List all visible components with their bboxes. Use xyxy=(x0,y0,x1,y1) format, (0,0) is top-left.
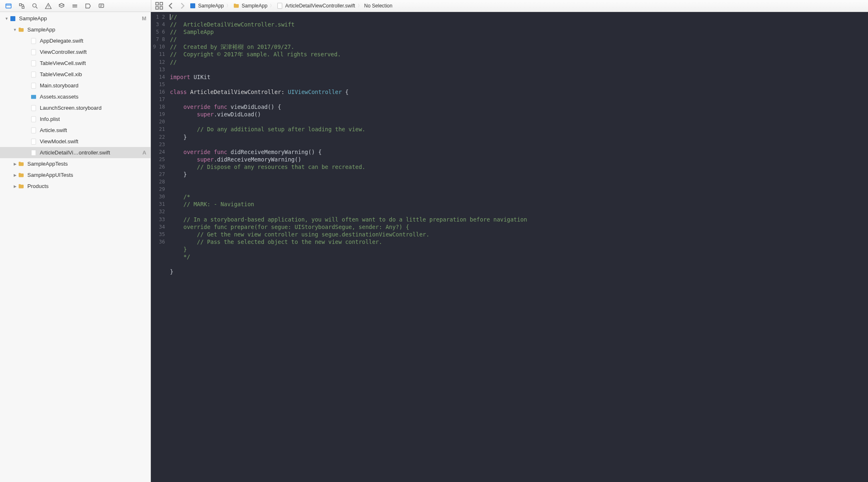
svg-rect-1 xyxy=(19,3,21,5)
breadcrumb-project[interactable]: SampleApp xyxy=(189,2,224,9)
svg-rect-14 xyxy=(32,60,36,66)
tree-label: SampleApp xyxy=(19,15,47,22)
svg-rect-19 xyxy=(32,116,36,122)
svg-rect-5 xyxy=(156,2,158,5)
xcode-window: SampleApp 〉 SampleApp 〉 ArticleDetailVie… xyxy=(0,0,868,482)
scm-status-badge: A xyxy=(143,149,146,156)
svg-rect-9 xyxy=(190,3,195,8)
tree-file[interactable]: LaunchScreen.storyboard xyxy=(0,102,150,113)
tree-label: ViewController.swift xyxy=(40,49,87,55)
folder-icon xyxy=(17,160,25,168)
svg-rect-12 xyxy=(32,38,36,43)
tree-label: SampleApp xyxy=(27,27,55,33)
code-line: // xyxy=(170,29,184,35)
jump-bar: SampleApp 〉 SampleApp 〉 ArticleDetailVie… xyxy=(151,0,868,12)
disclosure-triangle-icon[interactable]: ▶ xyxy=(12,173,17,177)
disclosure-triangle-icon[interactable]: ▼ xyxy=(4,17,9,21)
disclosure-triangle-icon[interactable]: ▶ xyxy=(12,162,17,166)
svg-rect-2 xyxy=(22,6,24,8)
tree-file[interactable]: Main.storyboard xyxy=(0,80,150,91)
swift-file-icon xyxy=(30,138,37,145)
svg-rect-13 xyxy=(32,49,36,55)
code-line: } xyxy=(170,134,187,140)
tree-label: Info.plist xyxy=(40,116,60,122)
debug-navigator-icon[interactable] xyxy=(69,1,80,10)
tree-group[interactable]: ▶ Products xyxy=(0,181,150,192)
back-icon[interactable] xyxy=(166,1,175,10)
breadcrumb-label: SampleApp xyxy=(198,3,224,9)
scm-status-badge: M xyxy=(142,15,146,22)
svg-rect-20 xyxy=(32,128,36,133)
disclosure-triangle-icon[interactable]: ▼ xyxy=(12,28,17,32)
code-line: override func xyxy=(184,149,228,155)
svg-rect-4 xyxy=(99,4,103,7)
tree-root[interactable]: ▼ SampleApp M xyxy=(0,13,150,24)
tree-label: TableViewCell.swift xyxy=(40,60,86,66)
folder-icon xyxy=(17,26,25,34)
chevron-icon: 〉 xyxy=(226,3,230,9)
disclosure-triangle-icon[interactable]: ▶ xyxy=(12,184,17,188)
tree-label: SampleAppTests xyxy=(27,161,68,167)
tree-label: AppDelegate.swift xyxy=(40,38,83,44)
svg-rect-7 xyxy=(156,7,158,9)
code-area[interactable]: // // ArticleDetailViewController.swift … xyxy=(168,12,868,482)
svg-point-3 xyxy=(32,3,36,7)
code-line: override func prepare(for segue: UIStory… xyxy=(170,224,409,230)
tree-label: TableViewCell.xib xyxy=(40,71,82,77)
breadcrumb-selection[interactable]: No Selection xyxy=(364,3,393,9)
svg-rect-18 xyxy=(32,105,36,111)
tree-file[interactable]: ViewModel.swift xyxy=(0,136,150,147)
tree-group[interactable]: ▼ SampleApp xyxy=(0,24,150,35)
test-navigator-icon[interactable] xyxy=(56,1,67,10)
svg-rect-15 xyxy=(32,72,36,77)
svg-rect-21 xyxy=(32,139,36,144)
forward-icon[interactable] xyxy=(178,1,187,10)
tree-label: LaunchScreen.storyboard xyxy=(40,105,102,111)
tree-file[interactable]: ViewController.swift xyxy=(0,46,150,58)
tree-file[interactable]: Info.plist xyxy=(0,113,150,125)
folder-icon xyxy=(17,171,25,179)
code-line: super xyxy=(197,111,214,118)
svg-rect-22 xyxy=(32,150,36,155)
chevron-icon: 〉 xyxy=(270,3,274,9)
swift-file-icon xyxy=(276,2,283,9)
report-navigator-icon[interactable] xyxy=(95,1,107,10)
code-line: // In a storyboard-based application, yo… xyxy=(170,216,527,223)
swift-file-icon xyxy=(30,149,37,157)
code-line: // xyxy=(170,59,177,65)
tree-file[interactable]: TableViewCell.swift xyxy=(0,58,150,69)
tree-file[interactable]: Assets.xcassets xyxy=(0,91,150,102)
related-items-icon[interactable] xyxy=(155,1,164,10)
breakpoint-navigator-icon[interactable] xyxy=(82,1,94,10)
tree-file[interactable]: AppDelegate.swift xyxy=(0,35,150,46)
source-editor[interactable]: 1 2 3 4 5 6 7 8 9 10 11 12 13 14 15 16 1… xyxy=(151,12,868,482)
folder-icon xyxy=(17,183,25,190)
code-line: override func xyxy=(184,104,228,110)
project-navigator[interactable]: ▼ SampleApp M ▼ SampleApp AppDelegate.sw… xyxy=(0,12,151,482)
tree-label: Products xyxy=(27,183,48,189)
source-control-navigator-icon[interactable] xyxy=(16,1,27,10)
code-line: /* xyxy=(170,193,190,200)
swift-file-icon xyxy=(30,127,37,134)
assets-icon xyxy=(30,93,37,101)
tree-group[interactable]: ▶ SampleAppTests xyxy=(0,158,150,169)
find-navigator-icon[interactable] xyxy=(29,1,41,10)
tree-label: SampleAppUITests xyxy=(27,172,73,178)
project-icon xyxy=(9,15,17,22)
breadcrumb-label: SampleApp xyxy=(242,3,267,9)
breadcrumb-group[interactable]: SampleApp xyxy=(233,2,267,9)
tree-group[interactable]: ▶ SampleAppUITests xyxy=(0,169,150,181)
file-tree: ▼ SampleApp M ▼ SampleApp AppDelegate.sw… xyxy=(0,12,150,192)
issue-navigator-icon[interactable] xyxy=(42,1,54,10)
code-line: } xyxy=(170,171,187,178)
tree-file[interactable]: Article.swift xyxy=(0,125,150,136)
tree-file-selected[interactable]: ArticleDetailVi…ontroller.swiftA xyxy=(0,147,150,158)
code-line: import xyxy=(170,74,190,80)
code-line: // Copyright © 2017年 sample. All rights … xyxy=(170,51,341,58)
swift-file-icon xyxy=(30,48,37,56)
breadcrumb-file[interactable]: ArticleDetailViewController.swift xyxy=(276,2,355,9)
project-navigator-icon[interactable] xyxy=(2,1,14,10)
svg-rect-11 xyxy=(10,16,15,21)
project-icon xyxy=(189,2,196,9)
tree-file[interactable]: TableViewCell.xib xyxy=(0,69,150,80)
